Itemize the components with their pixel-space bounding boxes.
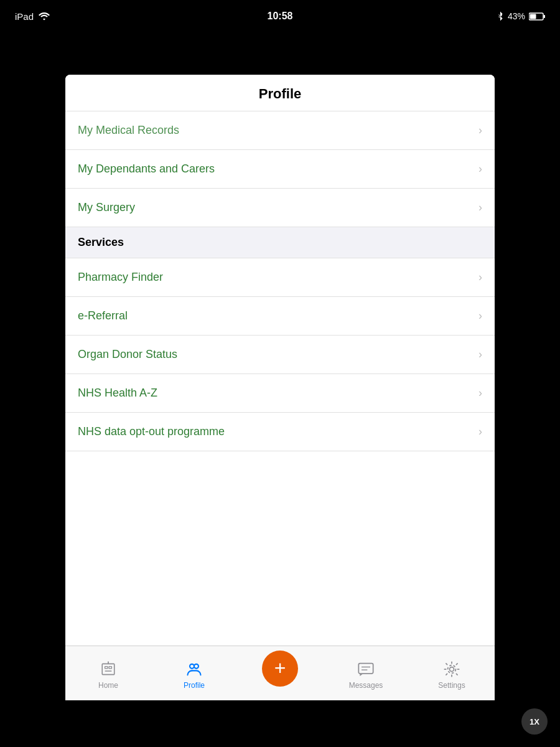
chevron-right-icon: ›: [478, 201, 482, 214]
tab-home-label: Home: [98, 681, 118, 690]
bluetooth-icon: [497, 11, 504, 22]
svg-point-14: [450, 667, 454, 671]
svg-point-15: [448, 665, 456, 673]
page-title-bar: Profile: [65, 75, 495, 111]
chevron-right-icon: ›: [478, 162, 482, 176]
menu-item-label: e-Referral: [78, 309, 128, 322]
list-item[interactable]: Pharmacy Finder ›: [65, 258, 495, 297]
svg-rect-4: [105, 666, 108, 668]
messages-icon: [357, 660, 375, 679]
status-right: 43%: [497, 11, 545, 22]
tab-profile[interactable]: Profile: [151, 660, 237, 690]
chevron-right-icon: ›: [478, 271, 482, 284]
tab-bar: Home Profile + Messages: [65, 646, 495, 700]
battery-icon: [529, 12, 545, 21]
plus-icon: +: [274, 658, 286, 678]
status-time: 10:58: [268, 11, 293, 22]
list-item[interactable]: NHS data opt-out programme ›: [65, 413, 495, 451]
menu-item-label: Pharmacy Finder: [78, 271, 163, 284]
add-button[interactable]: +: [262, 651, 298, 687]
chevron-right-icon: ›: [478, 309, 482, 322]
carrier-label: iPad: [15, 11, 34, 22]
home-icon: [99, 660, 118, 679]
list-item[interactable]: e-Referral ›: [65, 297, 495, 336]
svg-point-10: [194, 664, 198, 668]
chevron-right-icon: ›: [478, 348, 482, 361]
watermark: 1X: [521, 708, 548, 735]
svg-rect-6: [105, 670, 112, 672]
chevron-right-icon: ›: [478, 387, 482, 400]
chevron-right-icon: ›: [478, 425, 482, 438]
wifi-icon: [39, 12, 50, 21]
profile-icon: [185, 660, 203, 679]
app-container: Profile My Medical Records › My Dependan…: [65, 75, 495, 700]
menu-item-label: My Medical Records: [78, 124, 179, 137]
status-bar: iPad 10:58 43%: [0, 0, 560, 32]
svg-rect-3: [102, 664, 114, 674]
section-header-services: Services: [65, 227, 495, 258]
page-title: Profile: [75, 86, 485, 102]
menu-item-label: Organ Donor Status: [78, 348, 177, 361]
list-item[interactable]: NHS Health A-Z ›: [65, 374, 495, 413]
chevron-right-icon: ›: [478, 124, 482, 137]
status-left: iPad: [15, 11, 50, 22]
battery-label: 43%: [508, 11, 525, 21]
tab-messages-label: Messages: [349, 681, 383, 690]
menu-item-label: My Surgery: [78, 201, 135, 214]
tab-settings[interactable]: Settings: [409, 660, 495, 690]
list-item[interactable]: My Surgery ›: [65, 189, 495, 227]
svg-rect-2: [530, 14, 536, 19]
tab-settings-label: Settings: [438, 681, 465, 690]
list-item[interactable]: My Dependants and Carers ›: [65, 150, 495, 189]
svg-rect-1: [544, 15, 546, 18]
tab-home[interactable]: Home: [65, 660, 151, 690]
list-item[interactable]: Organ Donor Status ›: [65, 336, 495, 374]
settings-icon: [442, 660, 461, 679]
tab-add[interactable]: +: [237, 663, 323, 687]
menu-item-label: NHS Health A-Z: [78, 387, 157, 400]
menu-item-label: My Dependants and Carers: [78, 162, 215, 176]
svg-point-8: [108, 661, 109, 662]
menu-item-label: NHS data opt-out programme: [78, 425, 225, 438]
content-area: My Medical Records › My Dependants and C…: [65, 111, 495, 700]
section-header-label: Services: [78, 236, 124, 248]
tab-messages[interactable]: Messages: [323, 660, 409, 690]
tab-profile-label: Profile: [184, 681, 205, 690]
svg-rect-11: [358, 663, 373, 673]
svg-rect-5: [109, 666, 111, 668]
list-item[interactable]: My Medical Records ›: [65, 111, 495, 150]
